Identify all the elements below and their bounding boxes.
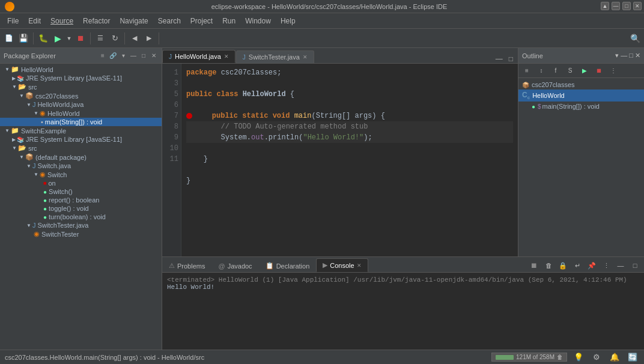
- menu-refactor[interactable]: Refactor: [78, 15, 115, 27]
- outline-stop[interactable]: ⏹: [592, 64, 606, 77]
- tree-item-switchtesterjava[interactable]: ▼ J SwitchTester.java: [0, 221, 162, 229]
- expand-hwjava[interactable]: ▼: [26, 102, 31, 108]
- console-more[interactable]: ⋮: [600, 259, 613, 272]
- collapse-all-button[interactable]: ≡: [99, 52, 107, 59]
- tab-switchtesterjava[interactable]: J SwitchTester.java ✕: [236, 50, 314, 63]
- run-button[interactable]: ▶: [51, 32, 64, 45]
- tree-item-main-method[interactable]: • main(String[]) : void: [0, 118, 162, 126]
- tree-item-jre-sw[interactable]: ▶ 📚 JRE System Library [JavaSE-11]: [0, 135, 162, 144]
- console-stop-button[interactable]: ⏹: [527, 259, 541, 272]
- menu-navigate[interactable]: Navigate: [115, 15, 153, 27]
- menu-window[interactable]: Window: [240, 15, 276, 27]
- expand-switchexample[interactable]: ▼: [5, 128, 10, 133]
- close-button[interactable]: ✕: [633, 2, 642, 10]
- memory-indicator[interactable]: 121M of 258M 🗑: [491, 353, 567, 362]
- tab-problems[interactable]: ⚠ Problems: [162, 259, 211, 272]
- outline-item-helloworld[interactable]: Cc HelloWorld: [518, 89, 644, 102]
- expand-hwclass[interactable]: ▼: [34, 111, 38, 116]
- tab-helloworldjava[interactable]: J HelloWorld.java ✕: [162, 50, 235, 63]
- console-maximize[interactable]: □: [628, 259, 642, 272]
- tree-item-helloworld[interactable]: ▼ 📁 HelloWorld: [0, 65, 162, 74]
- menu-file[interactable]: File: [2, 15, 23, 27]
- tab-close-helloworld[interactable]: ✕: [224, 53, 229, 59]
- outline-run[interactable]: ▶: [578, 64, 591, 77]
- outline-item-main[interactable]: ● $ main(String[]) : void: [518, 102, 644, 111]
- tree-item-src-sw[interactable]: ▼ 📂 src: [0, 144, 162, 153]
- console-close-icon[interactable]: ✕: [357, 262, 362, 268]
- tree-item-helloworldjava[interactable]: ▼ J HelloWorld.java: [0, 100, 162, 109]
- expand-switchjava[interactable]: ▼: [26, 163, 31, 169]
- editor-maximize-button[interactable]: □: [506, 55, 515, 63]
- maximize-button[interactable]: □: [622, 2, 631, 10]
- tree-item-switchexample[interactable]: ▼ 📁 SwitchExample: [0, 126, 162, 135]
- menu-project[interactable]: Project: [186, 15, 217, 27]
- stop-button[interactable]: ⏹: [74, 32, 87, 45]
- console-clear-button[interactable]: 🗑: [542, 259, 555, 272]
- refresh-button[interactable]: ↻: [108, 32, 121, 45]
- outline-maximize-button[interactable]: □: [629, 52, 633, 59]
- tree-item-switch-class[interactable]: ▼ ◉ Switch: [0, 170, 162, 179]
- outline-more[interactable]: ⋮: [607, 64, 620, 77]
- minimize2-button[interactable]: —: [612, 2, 620, 10]
- tree-item-toggle-method[interactable]: ● toggle() : void: [0, 204, 162, 213]
- tree-item-jre-helloworld[interactable]: ▶ 📚 JRE System Library [JavaSE-11]: [0, 74, 162, 82]
- run-dropdown[interactable]: ▼: [65, 32, 73, 45]
- tab-close-switchtester[interactable]: ✕: [303, 54, 308, 60]
- tab-console[interactable]: ▶ Console ✕: [316, 258, 368, 272]
- expand-src-hw[interactable]: ▼: [12, 84, 17, 89]
- coverage-button[interactable]: ☰: [94, 32, 107, 45]
- console-pin[interactable]: 📌: [585, 259, 598, 272]
- save-button[interactable]: 💾: [17, 32, 30, 45]
- outline-item-package[interactable]: 📦 csc207classes: [518, 80, 644, 89]
- link-button[interactable]: 🔗: [109, 52, 117, 59]
- maximize-panel-button[interactable]: □: [139, 52, 148, 59]
- window-controls[interactable]: ▲ — □ ✕: [601, 2, 642, 10]
- outline-minimize-button[interactable]: —: [621, 52, 627, 59]
- search-button[interactable]: 🔍: [628, 32, 642, 45]
- expand-switch-class[interactable]: ▼: [34, 172, 38, 177]
- console-word-wrap[interactable]: ↵: [571, 259, 584, 272]
- menu-source[interactable]: Source: [46, 15, 78, 27]
- tree-item-src-hw[interactable]: ▼ 📂 src: [0, 82, 162, 91]
- outline-collapse-all[interactable]: ≡: [520, 64, 533, 77]
- tree-item-report-method[interactable]: ● report() : boolean: [0, 196, 162, 204]
- expand-jre-hw[interactable]: ▶: [12, 76, 16, 81]
- console-minimize[interactable]: —: [614, 259, 627, 272]
- expand-jre-sw[interactable]: ▶: [12, 137, 16, 142]
- outline-close-button[interactable]: ✕: [635, 52, 640, 59]
- expand-switchtester[interactable]: ▼: [26, 223, 31, 228]
- minimize-panel-button[interactable]: —: [129, 52, 138, 59]
- tree-item-switchjava[interactable]: ▼ J Switch.java: [0, 162, 162, 170]
- gc-icon[interactable]: 🗑: [557, 354, 563, 360]
- minimize-button[interactable]: ▲: [601, 2, 609, 10]
- outline-hide-fields[interactable]: f: [549, 64, 562, 77]
- prev-button[interactable]: ◀: [128, 32, 141, 45]
- tree-item-turn-method[interactable]: ● turn(boolean) : void: [0, 213, 162, 221]
- status-sync[interactable]: 🔄: [626, 351, 639, 364]
- debug-button[interactable]: 🐛: [37, 32, 50, 45]
- tab-javadoc[interactable]: @ Javadoc: [211, 259, 258, 272]
- code-area[interactable]: 1 3 5 6 7 8 9 10 11: [162, 64, 518, 256]
- tab-declaration[interactable]: 📋 Declaration: [259, 259, 317, 272]
- code-editor[interactable]: package csc207classes; public class Hell…: [181, 64, 518, 256]
- outline-hide-static[interactable]: S: [564, 64, 577, 77]
- new-button[interactable]: 📄: [2, 32, 16, 45]
- panel-menu-button[interactable]: ▾: [119, 52, 127, 59]
- tree-item-helloworld-class[interactable]: ▼ ◉ HelloWorld: [0, 109, 162, 118]
- tree-item-csc207classes[interactable]: ▼ 📦 csc207classes: [0, 91, 162, 100]
- outline-menu-button[interactable]: ▾: [615, 52, 619, 59]
- menu-help[interactable]: Help: [276, 15, 300, 27]
- tree-item-default-pkg[interactable]: ▼ 📦 (default package): [0, 153, 162, 162]
- status-lightbulb[interactable]: 💡: [572, 351, 585, 364]
- close-panel-button[interactable]: ✕: [150, 52, 158, 59]
- expand-helloworld[interactable]: ▼: [5, 67, 10, 72]
- next-button[interactable]: ▶: [142, 32, 156, 45]
- tree-item-switch-constructor[interactable]: ● Switch(): [0, 187, 162, 196]
- menu-edit[interactable]: Edit: [23, 15, 46, 27]
- expand-default-pkg[interactable]: ▼: [19, 154, 24, 160]
- status-settings[interactable]: ⚙: [590, 351, 603, 364]
- tree-item-switchtester-class[interactable]: ◉ SwitchTester: [0, 229, 162, 238]
- menu-run[interactable]: Run: [217, 15, 240, 27]
- expand-csc207[interactable]: ▼: [19, 93, 24, 99]
- console-scroll-lock[interactable]: 🔒: [556, 259, 570, 272]
